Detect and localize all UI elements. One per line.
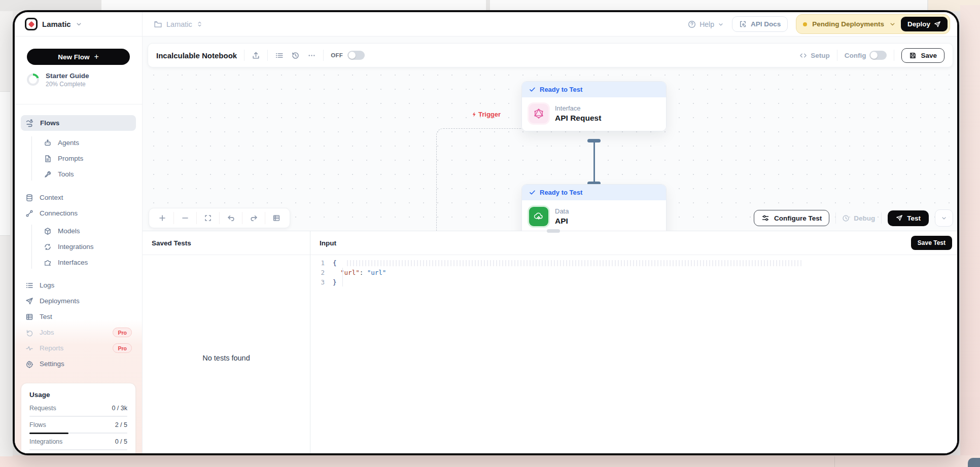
debug-button[interactable]: Debug — [842, 214, 875, 222]
configure-test-button[interactable]: Configure Test — [754, 210, 829, 226]
help-menu[interactable]: Help — [688, 20, 724, 28]
node-api-request[interactable]: Ready to Test Interface API Request — [521, 81, 667, 131]
brand-menu[interactable]: Lamatic — [15, 12, 143, 36]
deploy-button[interactable]: Deploy — [901, 17, 948, 31]
config-toggle[interactable] — [869, 51, 887, 60]
pro-badge: Pro — [113, 343, 132, 353]
robot-icon — [44, 139, 52, 147]
sidebar-item-jobs[interactable]: Jobs Pro — [15, 325, 142, 340]
edge-line — [593, 142, 595, 184]
workspace-switcher[interactable]: Lamatic — [154, 20, 203, 28]
usage-row-value: 2 / 5 — [115, 421, 127, 428]
code-indent — [333, 268, 340, 277]
zoom-out-button[interactable] — [174, 208, 196, 228]
flow-enabled-toggle[interactable] — [347, 51, 365, 60]
test-label: Test — [907, 214, 921, 222]
divider — [267, 50, 268, 61]
test-button[interactable]: Test — [888, 210, 929, 226]
whitespace-markers — [347, 260, 803, 266]
pulse-icon — [25, 344, 33, 352]
chevron-down-icon[interactable] — [889, 21, 896, 27]
trigger-text: Trigger — [478, 111, 501, 118]
background-window-fragment — [101, 0, 486, 10]
trigger-label: Trigger — [471, 111, 501, 118]
code-line: 2 "url" : "url" — [310, 268, 957, 277]
input-code-editor[interactable]: 1 { 2 "url" : "url" 3 } — [310, 255, 957, 287]
history-button[interactable] — [291, 51, 300, 60]
sync-loop-icon — [44, 243, 52, 251]
brand-name: Lamatic — [42, 20, 71, 28]
node-status-text: Ready to Test — [540, 86, 582, 93]
more-options-button[interactable] — [307, 51, 316, 60]
zoom-in-button[interactable] — [151, 208, 173, 228]
background-window-fragment — [0, 91, 10, 236]
undo-button[interactable] — [220, 208, 242, 228]
sidebar-item-models[interactable]: Models — [15, 223, 142, 239]
canvas-toolbar — [149, 208, 290, 228]
sidebar-item-settings[interactable]: Settings — [15, 356, 142, 372]
floppy-icon — [909, 52, 917, 59]
redo-button[interactable] — [242, 208, 265, 228]
pending-deployments-pill: Pending Deployments Deploy — [796, 14, 950, 34]
background-bottom-strip — [0, 455, 980, 467]
document-icon — [44, 155, 52, 163]
sidebar-item-label: Tools — [58, 170, 74, 178]
sidebar-item-integrations[interactable]: Integrations — [15, 239, 142, 255]
sidebar-item-label: Connections — [40, 209, 78, 217]
divider — [837, 50, 837, 61]
node-body: Data API — [522, 200, 666, 234]
send-icon — [25, 297, 33, 305]
sidebar-item-prompts[interactable]: Prompts — [15, 151, 142, 166]
usage-row-label: Integrations — [29, 438, 62, 445]
app-window: Lamatic Lamatic Help — [13, 10, 959, 455]
new-flow-button[interactable]: New Flow + — [27, 49, 130, 65]
sidebar-item-agents[interactable]: Agents — [15, 135, 142, 151]
setup-button[interactable]: Setup — [799, 52, 830, 59]
wrench-icon — [44, 170, 52, 178]
sidebar-item-connections[interactable]: Connections — [15, 205, 142, 221]
sidebar-item-reports[interactable]: Reports Pro — [15, 340, 142, 356]
table-icon — [25, 313, 33, 321]
sidebar-item-context[interactable]: Context — [15, 190, 142, 205]
usage-title: Usage — [29, 391, 127, 399]
link-nodes-icon — [25, 209, 33, 218]
send-icon — [896, 214, 903, 222]
workspace-name: Lamatic — [166, 20, 192, 28]
sidebar-item-label: Settings — [40, 360, 64, 368]
save-button[interactable]: Save — [901, 48, 944, 63]
sidebar-item-logs[interactable]: Logs — [15, 277, 142, 293]
sidebar-nav: Flows Agents Prompts — [15, 115, 142, 372]
sidebar-item-label: Reports — [40, 344, 63, 352]
sidebar-item-label: Integrations — [58, 243, 94, 250]
sort-updown-icon — [196, 21, 203, 27]
sidebar-item-tools[interactable]: Tools — [15, 166, 142, 182]
pending-deployments-label: Pending Deployments — [812, 20, 884, 28]
save-test-button[interactable]: Save Test — [911, 236, 952, 250]
saved-tests-column: Saved Tests No tests found — [143, 231, 310, 453]
sidebar-item-label: Models — [58, 227, 80, 235]
notes-table-button[interactable] — [265, 208, 288, 228]
background-right-strip — [960, 5, 980, 467]
background-window-fragment — [490, 0, 927, 10]
flow-canvas[interactable]: Trigger Ready to Test — [143, 37, 957, 231]
usage-row-label: Flows — [29, 421, 46, 428]
test-options-button[interactable] — [935, 209, 953, 227]
list-view-button[interactable] — [275, 51, 284, 60]
sidebar-item-deployments[interactable]: Deployments — [15, 293, 142, 309]
toggle-knob — [348, 52, 356, 59]
api-docs-button[interactable]: API Docs — [732, 16, 788, 32]
starter-guide[interactable]: Starter Guide 20% Complete — [27, 71, 130, 88]
divider — [881, 212, 882, 224]
sidebar-item-interfaces[interactable]: Interfaces — [15, 255, 142, 270]
sidebar-item-flows[interactable]: Flows — [21, 115, 136, 131]
fit-view-button[interactable] — [197, 208, 219, 228]
sidebar-item-test[interactable]: Test — [15, 309, 142, 325]
code-line: 3 } — [310, 277, 957, 287]
sidebar: New Flow + Starter Guide 20% Complete Fl… — [15, 37, 143, 453]
sidebar-item-label: Flows — [40, 119, 59, 127]
divider — [894, 50, 894, 61]
input-title: Input — [320, 239, 336, 247]
chevron-down-icon — [941, 215, 947, 221]
flow-titlebar: Incalculable Notebook — [148, 43, 953, 67]
share-button[interactable] — [252, 51, 260, 60]
